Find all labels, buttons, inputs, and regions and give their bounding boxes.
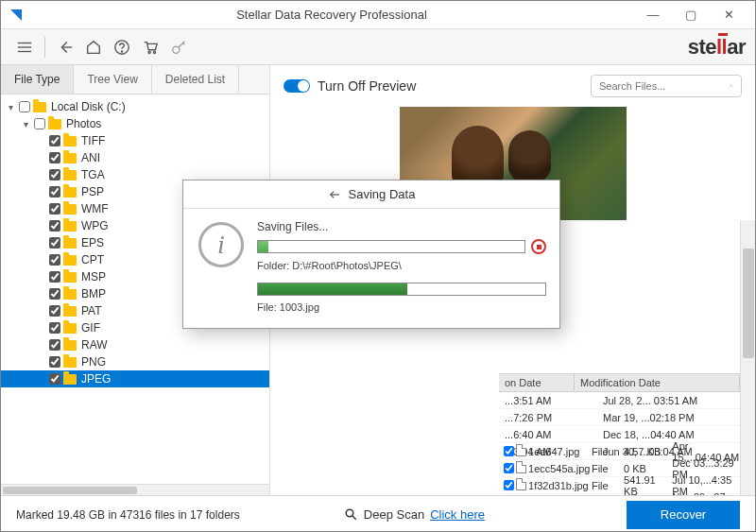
table-row[interactable]: 1f571674.jpgFile6.00 KBNov 09...07 PMNov…	[502, 494, 740, 495]
home-icon[interactable]	[79, 35, 108, 60]
folder-icon	[33, 102, 46, 112]
progress-bar-overall	[257, 283, 546, 296]
back-arrow-icon	[328, 188, 341, 201]
file-icon	[516, 478, 526, 490]
key-icon[interactable]	[164, 35, 193, 60]
tab-file-type[interactable]: File Type	[1, 65, 74, 94]
tree-checkbox[interactable]	[49, 237, 60, 249]
search-icon	[730, 80, 733, 92]
tree-checkbox[interactable]	[49, 186, 60, 197]
stop-button[interactable]	[531, 239, 546, 254]
tree-label: CPT	[81, 253, 104, 266]
tree-checkbox[interactable]	[49, 288, 60, 300]
cell-modification-date: Jul 28, 2... 03:51 AM	[603, 395, 740, 406]
tree-label: WPG	[81, 219, 109, 232]
expand-toggle-icon[interactable]: ▾	[5, 102, 16, 112]
tree-node[interactable]: ▾Photos	[1, 115, 269, 132]
preview-toggle-label: Turn Off Preview	[318, 78, 416, 94]
folder-icon	[63, 187, 77, 197]
tree-checkbox[interactable]	[49, 152, 60, 163]
back-icon[interactable]	[51, 35, 79, 60]
deep-scan-link[interactable]: Click here	[430, 507, 485, 522]
table-row[interactable]: ...7:26 PMMar 19, ...02:18 PM	[499, 409, 740, 426]
minimize-button[interactable]: —	[634, 1, 672, 29]
close-button[interactable]: ✕	[710, 1, 747, 29]
folder-icon	[63, 221, 77, 232]
tree-label: TGA	[81, 168, 105, 181]
tree-checkbox[interactable]	[19, 101, 30, 112]
footer: Marked 19.48 GB in 47316 files in 17 fol…	[1, 495, 755, 532]
file-icon	[516, 444, 526, 456]
preview-toggle[interactable]	[284, 79, 310, 93]
progress-bar-file	[257, 240, 525, 253]
cell-filename: 1ea647.jpg	[526, 446, 592, 457]
search-box[interactable]	[591, 75, 742, 97]
cell-creation-date: ...7:26 PM	[499, 412, 603, 423]
cell-size: 4.57 KB	[624, 446, 672, 457]
search-input[interactable]	[599, 80, 730, 92]
folder-icon	[63, 153, 77, 163]
tree-checkbox[interactable]	[49, 203, 60, 215]
recover-button[interactable]: Recover	[627, 501, 740, 529]
tree-label: Photos	[66, 117, 101, 130]
tree-horizontal-scrollbar[interactable]	[1, 484, 269, 495]
tab-deleted-list[interactable]: Deleted List	[152, 65, 239, 94]
tree-checkbox[interactable]	[49, 305, 60, 317]
tree-checkbox[interactable]	[49, 254, 60, 266]
row-checkbox[interactable]	[504, 446, 514, 456]
cell-size: 541.91 KB	[624, 474, 672, 496]
tree-node[interactable]: PNG	[1, 353, 269, 370]
cell-type: File	[592, 463, 624, 474]
file-list-scrollbar[interactable]	[740, 220, 755, 495]
svg-point-6	[148, 51, 150, 53]
folder-icon	[63, 323, 77, 334]
tree-node[interactable]: JPEG	[1, 370, 269, 387]
titlebar: Stellar Data Recovery Professional — ▢ ✕	[1, 1, 755, 29]
svg-point-8	[173, 46, 180, 53]
info-icon: i	[197, 220, 246, 269]
tree-node[interactable]: ▾Local Disk (C:)	[1, 98, 269, 115]
tree-checkbox[interactable]	[49, 220, 60, 232]
tree-node[interactable]: RAW	[1, 336, 269, 353]
tree-node[interactable]: TIFF	[1, 132, 269, 149]
row-checkbox[interactable]	[504, 463, 514, 473]
tree-checkbox[interactable]	[49, 373, 60, 385]
folder-icon	[63, 170, 77, 180]
col-modification-date[interactable]: Modification Date	[575, 374, 740, 391]
tree-checkbox[interactable]	[49, 271, 60, 283]
cell-filename: 1f32d31b.jpg	[526, 480, 592, 491]
svg-point-11	[730, 85, 732, 87]
folder-icon	[63, 204, 77, 215]
tree-checkbox[interactable]	[49, 322, 60, 334]
cell-size: 0 KB	[624, 463, 672, 474]
cell-filename: 1ecc545a.jpg	[526, 463, 592, 474]
maximize-button[interactable]: ▢	[672, 1, 710, 29]
status-text: Marked 19.48 GB in 47316 files in 17 fol…	[16, 508, 240, 522]
cell-creation-date: Nov 09...07 PM	[672, 491, 740, 496]
cell-type: File	[592, 480, 624, 491]
cell-creation-date: ...3:51 AM	[499, 395, 603, 406]
tree-checkbox[interactable]	[49, 135, 60, 146]
menu-icon[interactable]	[10, 35, 39, 60]
separator	[44, 37, 45, 58]
cell-modification-date: Dec 18, ...04:40 AM	[603, 429, 740, 440]
tree-checkbox[interactable]	[34, 118, 45, 129]
tree-checkbox[interactable]	[49, 169, 60, 180]
cell-modification-date: Mar 19, ...02:18 PM	[603, 412, 740, 423]
col-creation-date-partial[interactable]: on Date	[499, 374, 575, 391]
tree-node[interactable]: ANI	[1, 149, 269, 166]
tree-label: EPS	[81, 236, 104, 249]
row-checkbox[interactable]	[504, 480, 514, 490]
cart-icon[interactable]	[136, 35, 164, 60]
folder-icon	[63, 238, 77, 249]
table-row[interactable]: ...3:51 AMJul 28, 2... 03:51 AM	[499, 392, 740, 409]
tree-checkbox[interactable]	[49, 356, 60, 368]
tab-tree-view[interactable]: Tree View	[74, 65, 151, 94]
folder-icon	[48, 119, 61, 129]
dialog-current-file: File: 1003.jpg	[257, 301, 546, 313]
expand-toggle-icon[interactable]: ▾	[20, 119, 31, 129]
help-icon[interactable]	[108, 35, 136, 60]
file-list-body: 1ea647.jpgFile4.57 KBApr 15,...04:40 AMA…	[502, 443, 740, 495]
tree-label: PSP	[81, 185, 104, 198]
tree-checkbox[interactable]	[49, 339, 60, 351]
